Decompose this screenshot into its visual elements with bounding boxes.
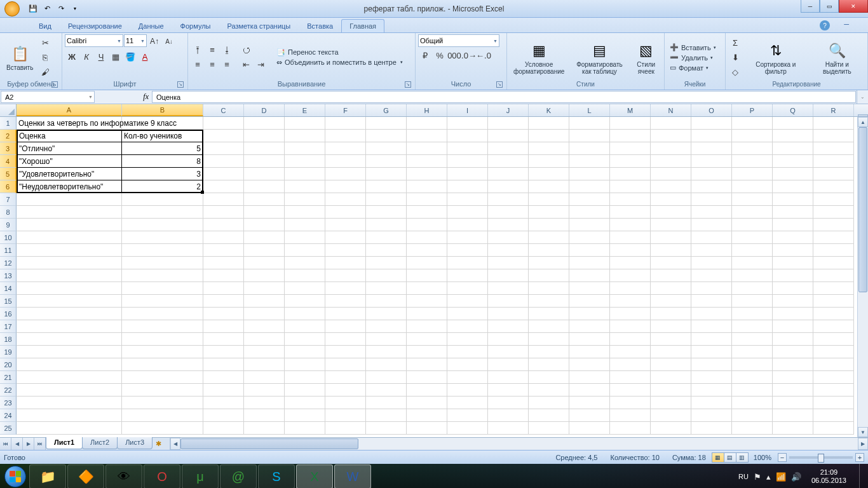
- cell[interactable]: [366, 130, 407, 142]
- cell[interactable]: [285, 346, 325, 358]
- cell[interactable]: [447, 142, 488, 155]
- cell[interactable]: [529, 371, 569, 384]
- cell[interactable]: [17, 346, 122, 358]
- cell[interactable]: [488, 155, 529, 168]
- cell[interactable]: [569, 308, 610, 320]
- cell[interactable]: [732, 168, 773, 180]
- cell[interactable]: [447, 396, 488, 409]
- cell[interactable]: [773, 295, 813, 308]
- sheet-nav-last-icon[interactable]: ⏭: [34, 438, 46, 450]
- cell[interactable]: [366, 295, 407, 308]
- cell[interactable]: [488, 180, 529, 193]
- align-top-icon[interactable]: ⭱: [191, 43, 205, 57]
- cell[interactable]: [569, 219, 610, 231]
- cell[interactable]: [732, 333, 773, 346]
- cell[interactable]: [17, 320, 122, 333]
- cell[interactable]: [610, 396, 651, 409]
- cell[interactable]: 3: [122, 168, 203, 180]
- cell[interactable]: [529, 295, 569, 308]
- cell[interactable]: [813, 180, 854, 193]
- cell[interactable]: [732, 219, 773, 231]
- formula-input[interactable]: Оценка: [152, 91, 856, 103]
- cell[interactable]: [610, 206, 651, 219]
- cell[interactable]: [529, 282, 569, 295]
- cell[interactable]: [285, 269, 325, 282]
- cell[interactable]: [366, 371, 407, 384]
- view-page-layout-icon[interactable]: ▤: [724, 452, 736, 463]
- cell[interactable]: [325, 333, 366, 346]
- cell[interactable]: [773, 168, 813, 180]
- select-all-button[interactable]: [0, 104, 17, 116]
- cut-icon[interactable]: ✂: [38, 36, 52, 50]
- cell[interactable]: [691, 422, 732, 435]
- cell[interactable]: [122, 422, 203, 435]
- column-header[interactable]: I: [447, 104, 488, 116]
- cell[interactable]: [610, 117, 651, 130]
- cell[interactable]: [17, 333, 122, 346]
- tray-volume-icon[interactable]: 🔊: [791, 472, 801, 482]
- cell[interactable]: [529, 384, 569, 396]
- cell[interactable]: [732, 155, 773, 168]
- cell[interactable]: [366, 422, 407, 435]
- decrease-decimal-icon[interactable]: ←.0: [477, 48, 491, 62]
- cell[interactable]: [407, 358, 447, 371]
- cell[interactable]: [773, 130, 813, 142]
- launcher-icon[interactable]: ↘: [405, 81, 411, 88]
- cell[interactable]: [244, 155, 285, 168]
- cell[interactable]: [691, 269, 732, 282]
- cell[interactable]: [610, 219, 651, 231]
- cell[interactable]: [203, 269, 244, 282]
- cell[interactable]: [447, 346, 488, 358]
- qat-customize-icon[interactable]: ▼: [69, 3, 81, 15]
- cell[interactable]: [285, 206, 325, 219]
- cell[interactable]: [569, 384, 610, 396]
- row-header[interactable]: 19: [0, 346, 17, 358]
- cell[interactable]: [529, 422, 569, 435]
- cell[interactable]: [244, 219, 285, 231]
- cell[interactable]: [285, 142, 325, 155]
- cell[interactable]: [203, 308, 244, 320]
- cell[interactable]: [488, 358, 529, 371]
- cell[interactable]: [651, 168, 691, 180]
- cell[interactable]: [651, 180, 691, 193]
- cell[interactable]: [529, 117, 569, 130]
- cell[interactable]: [610, 409, 651, 422]
- column-header[interactable]: B: [122, 104, 203, 116]
- cell[interactable]: [651, 295, 691, 308]
- cell[interactable]: [244, 358, 285, 371]
- cell[interactable]: [813, 244, 854, 257]
- column-header[interactable]: L: [569, 104, 610, 116]
- copy-icon[interactable]: ⎘: [38, 50, 52, 64]
- cell[interactable]: [325, 142, 366, 155]
- cell[interactable]: [17, 358, 122, 371]
- cell[interactable]: [407, 269, 447, 282]
- cell[interactable]: [325, 308, 366, 320]
- cell[interactable]: [569, 269, 610, 282]
- cell[interactable]: [529, 409, 569, 422]
- cell[interactable]: [691, 231, 732, 244]
- cell[interactable]: [813, 422, 854, 435]
- cell[interactable]: [488, 320, 529, 333]
- cell[interactable]: [285, 244, 325, 257]
- cell[interactable]: [610, 130, 651, 142]
- cell[interactable]: [203, 155, 244, 168]
- tray-flag-icon[interactable]: ⚑: [754, 472, 761, 482]
- cell[interactable]: [447, 130, 488, 142]
- column-header[interactable]: D: [244, 104, 285, 116]
- cell[interactable]: [610, 346, 651, 358]
- cell[interactable]: [122, 409, 203, 422]
- cell-styles-button[interactable]: ▧Стили ячеек: [631, 39, 661, 76]
- align-middle-icon[interactable]: ≡: [205, 43, 219, 57]
- cell[interactable]: [325, 358, 366, 371]
- cell[interactable]: [732, 244, 773, 257]
- cell[interactable]: [285, 384, 325, 396]
- percent-icon[interactable]: %: [433, 48, 447, 62]
- cell[interactable]: [407, 219, 447, 231]
- cell[interactable]: [732, 130, 773, 142]
- cell[interactable]: [488, 308, 529, 320]
- cell[interactable]: [285, 155, 325, 168]
- cell[interactable]: [325, 231, 366, 244]
- cell[interactable]: [366, 308, 407, 320]
- cell[interactable]: [244, 333, 285, 346]
- cell[interactable]: [17, 308, 122, 320]
